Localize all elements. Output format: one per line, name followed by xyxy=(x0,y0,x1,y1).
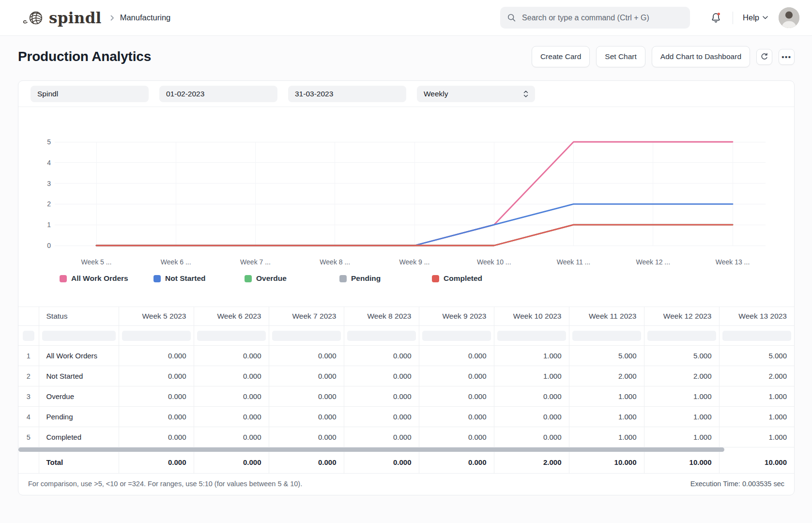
filter-cell xyxy=(719,326,794,346)
filter-bar: Weekly xyxy=(18,81,794,107)
filter-cell xyxy=(39,326,119,346)
column-filter-input-week-5-2023[interactable] xyxy=(122,331,191,341)
legend-swatch-pending xyxy=(339,275,347,282)
create-card-button[interactable]: Create Card xyxy=(532,46,590,67)
table-row: 2Not Started0.0000.0000.0000.0000.0001.0… xyxy=(18,366,794,386)
legend-item-not-started[interactable]: Not Started xyxy=(153,274,206,283)
value-cell: 1.000 xyxy=(719,386,794,407)
value-cell: 0.000 xyxy=(419,386,494,407)
x-axis-tick-label: Week 12 ... xyxy=(636,258,670,266)
column-filter-input-week-7-2023[interactable] xyxy=(272,331,341,341)
column-filter-input-week-10-2023[interactable] xyxy=(497,331,566,341)
value-cell: 0.000 xyxy=(194,346,269,366)
breadcrumb[interactable]: Manufacturing xyxy=(120,13,171,22)
filter-cell xyxy=(344,326,419,346)
row-index: 3 xyxy=(18,386,39,407)
set-chart-button[interactable]: Set Chart xyxy=(596,46,645,67)
frequency-select[interactable]: Weekly xyxy=(417,86,535,102)
value-cell: 1.000 xyxy=(719,427,794,447)
value-cell: 0.000 xyxy=(419,346,494,366)
add-chart-to-dashboard-button[interactable]: Add Chart to Dashboard xyxy=(652,46,750,67)
value-cell: 1.000 xyxy=(644,386,719,407)
legend-item-overdue[interactable]: Overdue xyxy=(245,274,287,283)
value-cell: 5.000 xyxy=(719,346,794,366)
row-index: 5 xyxy=(18,427,39,447)
legend-swatch-overdue xyxy=(245,275,252,282)
filter-cell xyxy=(494,326,569,346)
row-index: 4 xyxy=(18,407,39,427)
value-cell: 0.000 xyxy=(269,386,344,407)
search-input[interactable] xyxy=(521,13,683,23)
select-stepper-icon xyxy=(523,91,528,97)
x-axis-tick-label: Week 6 ... xyxy=(161,258,191,266)
table-row: 1All Work Orders0.0000.0000.0000.0000.00… xyxy=(18,346,794,366)
row-index: 2 xyxy=(18,366,39,386)
total-value-cell: 2.000 xyxy=(494,452,569,473)
value-cell: 1.000 xyxy=(569,386,644,407)
yarn-logo-icon xyxy=(23,9,45,27)
end-date-input[interactable] xyxy=(288,86,406,102)
column-filter-input-week-11-2023[interactable] xyxy=(572,331,641,341)
y-axis-tick-label: 3 xyxy=(47,180,51,187)
line-chart: 012345Week 5 ...Week 6 ...Week 7 ...Week… xyxy=(18,107,794,307)
column-header-week-13-2023: Week 13 2023 xyxy=(719,307,794,326)
status-cell: Completed xyxy=(39,427,119,447)
value-cell: 5.000 xyxy=(644,346,719,366)
index-filter-input[interactable] xyxy=(23,331,34,341)
x-axis-tick-label: Week 10 ... xyxy=(477,258,511,266)
column-header-week-10-2023: Week 10 2023 xyxy=(494,307,569,326)
more-options-button[interactable]: ••• xyxy=(779,49,795,65)
help-label: Help xyxy=(743,13,759,22)
column-filter-input-week-8-2023[interactable] xyxy=(347,331,416,341)
legend-label: Overdue xyxy=(256,274,287,283)
table-row: 4Pending0.0000.0000.0000.0000.0000.0001.… xyxy=(18,407,794,427)
main-content: Production Analytics Create Card Set Cha… xyxy=(18,46,795,495)
comparison-hint: For comparison, use >5, <10 or =324. For… xyxy=(28,480,302,488)
help-menu[interactable]: Help xyxy=(743,13,768,22)
value-cell: 0.000 xyxy=(269,407,344,427)
legend-item-all-work-orders[interactable]: All Work Orders xyxy=(60,274,128,283)
notifications-bell-icon[interactable] xyxy=(708,11,723,25)
legend-label: All Work Orders xyxy=(71,274,128,283)
legend-item-pending[interactable]: Pending xyxy=(339,274,381,283)
value-cell: 5.000 xyxy=(569,346,644,366)
user-avatar[interactable] xyxy=(779,7,799,28)
value-cell: 0.000 xyxy=(119,427,194,447)
value-cell: 0.000 xyxy=(194,407,269,427)
value-cell: 0.000 xyxy=(494,386,569,407)
brand[interactable]: spindl xyxy=(23,9,102,27)
refresh-icon xyxy=(760,52,769,62)
y-axis-tick-label: 4 xyxy=(47,159,51,167)
column-header-week-11-2023: Week 11 2023 xyxy=(569,307,644,326)
value-cell: 0.000 xyxy=(269,427,344,447)
app-logo-text: spindl xyxy=(49,9,102,27)
value-cell: 0.000 xyxy=(494,427,569,447)
index-column-header xyxy=(18,307,39,326)
y-axis-tick-label: 0 xyxy=(47,242,51,249)
search-box[interactable] xyxy=(500,7,690,29)
source-filter-input[interactable] xyxy=(31,86,149,102)
value-cell: 1.000 xyxy=(644,427,719,447)
table-row: 5Completed0.0000.0000.0000.0000.0000.000… xyxy=(18,427,794,447)
value-cell: 2.000 xyxy=(719,366,794,386)
column-filter-input-week-12-2023[interactable] xyxy=(647,331,716,341)
horizontal-scrollbar[interactable] xyxy=(18,447,724,452)
start-date-input[interactable] xyxy=(159,86,277,102)
value-cell: 0.000 xyxy=(419,427,494,447)
refresh-button[interactable] xyxy=(756,49,772,65)
breadcrumb-chevron-icon xyxy=(110,15,114,21)
column-filter-input-week-13-2023[interactable] xyxy=(722,331,792,341)
status-cell: Pending xyxy=(39,407,119,427)
header-divider xyxy=(733,12,733,24)
total-row: Total0.0000.0000.0000.0000.0002.00010.00… xyxy=(18,452,794,473)
column-filter-input-week-6-2023[interactable] xyxy=(197,331,266,341)
value-cell: 0.000 xyxy=(269,346,344,366)
column-header-week-9-2023: Week 9 2023 xyxy=(419,307,494,326)
total-value-cell: 10.000 xyxy=(644,452,719,473)
chevron-down-icon xyxy=(763,16,768,19)
column-filter-input-status[interactable] xyxy=(42,331,116,341)
column-filter-input-week-9-2023[interactable] xyxy=(422,331,491,341)
value-cell: 0.000 xyxy=(119,386,194,407)
legend-item-completed[interactable]: Completed xyxy=(432,274,482,283)
total-label: Total xyxy=(39,452,119,473)
